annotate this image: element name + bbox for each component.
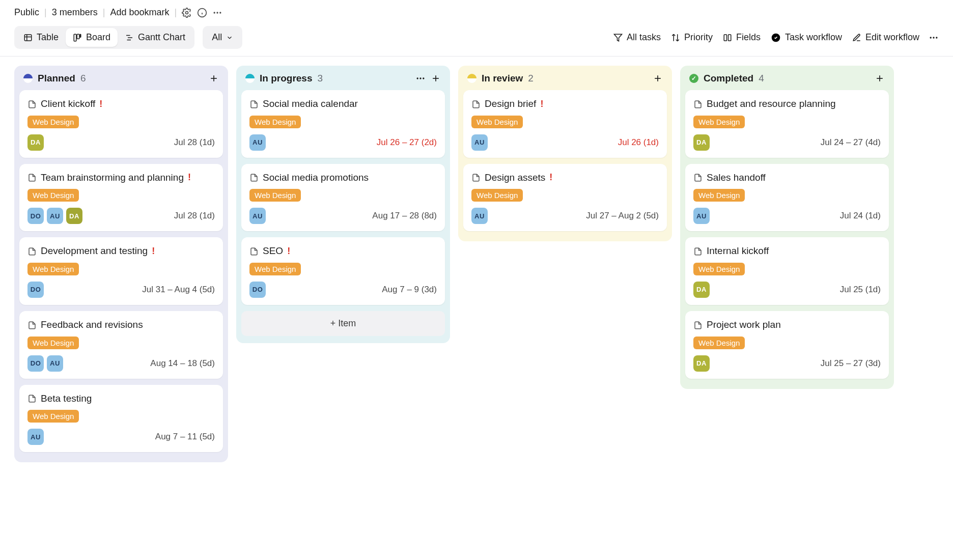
- column-count: 6: [80, 73, 86, 84]
- tag-chip[interactable]: Web Design: [27, 116, 79, 128]
- column-add-icon[interactable]: [431, 73, 441, 83]
- tag-chip[interactable]: Web Design: [471, 189, 523, 202]
- task-card[interactable]: Beta testingWeb DesignAUAug 7 – 11 (5d): [19, 385, 223, 453]
- column-add-icon[interactable]: [653, 73, 663, 83]
- column-title: Completed: [704, 73, 753, 84]
- avatar[interactable]: DA: [693, 355, 710, 372]
- more-icon[interactable]: [212, 8, 222, 18]
- note-icon: [693, 100, 703, 109]
- task-card[interactable]: Social media calendarWeb DesignAUJul 26 …: [241, 90, 445, 158]
- column-add-icon[interactable]: [209, 73, 219, 83]
- task-card[interactable]: Feedback and revisionsWeb DesignDOAUAug …: [19, 311, 223, 379]
- avatar[interactable]: AU: [249, 134, 266, 151]
- all-tasks-label: All tasks: [627, 32, 661, 43]
- tag-row: Web Design: [27, 337, 215, 349]
- tag-chip[interactable]: Web Design: [249, 116, 301, 128]
- avatar[interactable]: DA: [693, 134, 710, 151]
- avatar[interactable]: DA: [66, 208, 82, 224]
- members-link[interactable]: 3 members: [52, 7, 98, 18]
- status-review-icon: [467, 74, 476, 83]
- tag-chip[interactable]: Web Design: [27, 410, 79, 423]
- task-card[interactable]: Design assets !Web DesignAUJul 27 – Aug …: [463, 164, 667, 232]
- view-table-tab[interactable]: Table: [16, 28, 66, 47]
- task-card[interactable]: Budget and resource planningWeb DesignDA…: [685, 90, 889, 158]
- avatar[interactable]: AU: [471, 208, 488, 224]
- gear-icon[interactable]: [182, 8, 192, 18]
- svg-point-25: [417, 77, 418, 79]
- column-title: In progress: [260, 73, 312, 84]
- avatar[interactable]: AU: [249, 208, 266, 224]
- controls-more-icon[interactable]: [929, 33, 939, 43]
- tag-chip[interactable]: Web Design: [27, 337, 79, 349]
- card-title-row: Design brief !: [471, 97, 659, 110]
- sort-icon: [671, 33, 680, 42]
- card-title-row: Client kickoff !: [27, 97, 215, 110]
- svg-marker-16: [614, 34, 622, 41]
- svg-point-21: [933, 37, 934, 38]
- column-more-icon[interactable]: [415, 73, 426, 83]
- task-card[interactable]: Design brief !Web DesignAUJul 26 (1d): [463, 90, 667, 158]
- tag-chip[interactable]: Web Design: [249, 189, 301, 202]
- task-card[interactable]: SEO !Web DesignDOAug 7 – 9 (3d): [241, 237, 445, 305]
- task-card[interactable]: Social media promotionsWeb DesignAUAug 1…: [241, 164, 445, 232]
- tag-row: Web Design: [693, 189, 881, 202]
- all-tasks-filter[interactable]: All tasks: [612, 30, 662, 45]
- tag-row: Web Design: [693, 337, 881, 349]
- tag-chip[interactable]: Web Design: [693, 263, 745, 275]
- avatar[interactable]: DO: [27, 282, 44, 298]
- tag-chip[interactable]: Web Design: [471, 116, 523, 128]
- add-bookmark-link[interactable]: Add bookmark: [110, 7, 169, 18]
- avatar[interactable]: AU: [47, 208, 63, 224]
- column-add-icon[interactable]: [875, 73, 885, 83]
- avatar[interactable]: DA: [693, 282, 710, 298]
- avatar[interactable]: AU: [47, 355, 63, 372]
- tag-chip[interactable]: Web Design: [27, 189, 79, 202]
- view-switch: Table Board Gantt Chart: [14, 26, 194, 49]
- note-icon: [27, 100, 37, 109]
- status-planned-icon: [23, 74, 33, 83]
- svg-rect-18: [728, 35, 731, 41]
- column-count: 3: [317, 73, 323, 84]
- edit-workflow-button[interactable]: Edit workflow: [851, 30, 920, 45]
- avatar[interactable]: AU: [27, 429, 44, 445]
- tag-row: Web Design: [249, 189, 437, 202]
- task-card[interactable]: Internal kickoffWeb DesignDAJul 25 (1d): [685, 237, 889, 305]
- tag-chip[interactable]: Web Design: [27, 263, 79, 275]
- avatar[interactable]: DO: [249, 282, 266, 298]
- view-board-tab[interactable]: Board: [66, 28, 118, 47]
- add-item-button[interactable]: + Item: [241, 311, 445, 336]
- view-gantt-tab[interactable]: Gantt Chart: [118, 28, 192, 47]
- priority-sort[interactable]: Priority: [670, 30, 714, 45]
- note-icon: [249, 173, 259, 182]
- tag-chip[interactable]: Web Design: [693, 337, 745, 349]
- task-card[interactable]: Sales handoffWeb DesignAUJul 24 (1d): [685, 164, 889, 232]
- separator: |: [103, 7, 105, 18]
- card-meta: DAJul 28 (1d): [27, 134, 215, 151]
- column-count: 2: [528, 73, 534, 84]
- tag-chip[interactable]: Web Design: [693, 189, 745, 202]
- svg-point-5: [217, 12, 218, 13]
- priority-label: Priority: [684, 32, 713, 43]
- column-title: In review: [482, 73, 523, 84]
- avatar[interactable]: AU: [471, 134, 488, 151]
- avatar[interactable]: DO: [27, 208, 44, 224]
- card-title: Sales handoff: [707, 171, 766, 184]
- task-card[interactable]: Team brainstorming and planning !Web Des…: [19, 164, 223, 232]
- card-date: Jul 31 – Aug 4 (5d): [142, 285, 215, 295]
- filter-all-dropdown[interactable]: All: [203, 26, 242, 49]
- avatar[interactable]: AU: [693, 208, 710, 224]
- tag-row: Web Design: [471, 116, 659, 128]
- task-card[interactable]: Client kickoff !Web DesignDAJul 28 (1d): [19, 90, 223, 158]
- visibility-label[interactable]: Public: [14, 7, 39, 18]
- avatar[interactable]: DA: [27, 134, 44, 151]
- tag-chip[interactable]: Web Design: [693, 116, 745, 128]
- task-card[interactable]: Project work planWeb DesignDAJul 25 – 27…: [685, 311, 889, 379]
- task-card[interactable]: Development and testing !Web DesignDOJul…: [19, 237, 223, 305]
- tag-chip[interactable]: Web Design: [249, 263, 301, 275]
- separator: |: [44, 7, 47, 18]
- card-title: Design assets: [485, 171, 545, 184]
- avatar[interactable]: DO: [27, 355, 44, 372]
- fields-button[interactable]: Fields: [722, 30, 762, 45]
- task-workflow-button[interactable]: Task workflow: [770, 30, 843, 45]
- info-icon[interactable]: [197, 8, 207, 18]
